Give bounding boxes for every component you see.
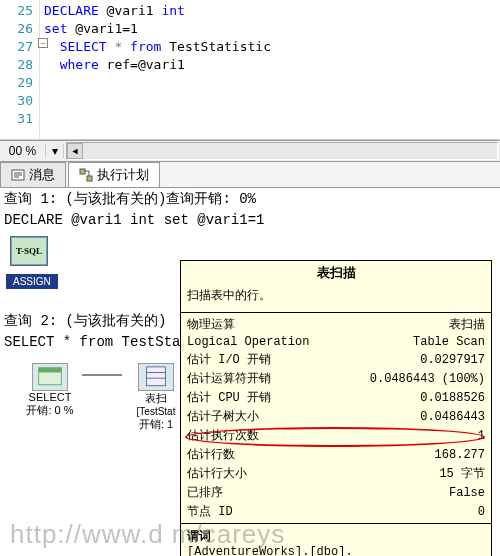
prop-val: 0.0188526 <box>340 388 491 407</box>
keyword: set <box>44 21 67 36</box>
prop-val: 表扫描 <box>340 315 491 334</box>
plan-node-tsql[interactable]: T-SQL <box>10 236 48 266</box>
plan-node-assign[interactable]: ASSIGN <box>6 274 58 289</box>
line-number: 25 <box>0 2 33 20</box>
plan-label: 表扫 <box>127 391 185 406</box>
prop-key: 估计子树大小 <box>181 407 340 426</box>
prop-key: 估计行大小 <box>181 464 340 483</box>
line-number: 31 <box>0 110 33 128</box>
query1-statement: DECLARE @vari1 int set @vari1=1 <box>0 210 500 230</box>
prop-val: Table Scan <box>340 334 491 350</box>
svg-rect-5 <box>87 176 92 181</box>
select-icon <box>32 363 68 391</box>
prop-key: 估计 I/O 开销 <box>181 350 340 369</box>
plan-cost: 开销: 0 % <box>21 403 79 418</box>
prop-key: 估计 CPU 开销 <box>181 388 340 407</box>
line-number: 29 <box>0 74 33 92</box>
code-text: ref=@vari1 <box>99 57 185 72</box>
tsql-icon: T-SQL <box>11 237 47 265</box>
prop-key: Logical Operation <box>181 334 340 350</box>
prop-val: 168.277 <box>340 445 491 464</box>
prop-key: 估计执行次数 <box>181 426 340 445</box>
prop-val: 0.0297917 <box>340 350 491 369</box>
plan-label: SELECT <box>21 391 79 403</box>
table-scan-icon <box>138 363 174 391</box>
keyword: from <box>130 39 161 54</box>
svg-rect-9 <box>39 368 62 373</box>
prop-key: 物理运算 <box>181 315 340 334</box>
code-text: TestStatistic <box>161 39 271 54</box>
code-text: * <box>107 39 130 54</box>
code-editor[interactable]: 25 26 27 28 29 30 31 − DECLARE @vari1 in… <box>0 0 500 140</box>
svg-rect-10 <box>147 367 166 386</box>
plan-cost: 开销: 1 <box>127 417 185 432</box>
plan-sub: [TestStat <box>127 406 185 417</box>
plan-node-select[interactable]: SELECT 开销: 0 % <box>20 362 80 419</box>
code-text: @vari1 <box>99 3 162 18</box>
prop-key: 已排序 <box>181 483 340 502</box>
tooltip-properties: 物理运算表扫描 Logical OperationTable Scan 估计 I… <box>181 315 491 521</box>
line-number: 30 <box>0 92 33 110</box>
tooltip-desc: 扫描表中的行。 <box>181 285 491 310</box>
line-number: 28 <box>0 56 33 74</box>
plan-node-tablescan[interactable]: 表扫 [TestStat 开销: 1 <box>126 362 186 433</box>
plan-label: ASSIGN <box>13 276 51 287</box>
prop-val: 0.0486443 <box>340 407 491 426</box>
prop-val: 0 <box>340 502 491 521</box>
prop-val: False <box>340 483 491 502</box>
keyword: DECLARE <box>44 3 99 18</box>
code-text: @vari1=1 <box>67 21 137 36</box>
query1-heading: 查询 1: (与该批有关的)查询开销: 0% <box>0 188 500 210</box>
code-area[interactable]: − DECLARE @vari1 int set @vari1=1 SELECT… <box>40 0 500 139</box>
zoom-dropdown[interactable]: ▾ <box>46 144 64 158</box>
prop-val: 1 <box>340 426 491 445</box>
predicate-label: 谓词 <box>187 528 485 545</box>
keyword: int <box>161 3 184 18</box>
predicate-line: [AdventureWorks].[dbo]. <box>187 545 485 556</box>
scroll-left-button[interactable]: ◄ <box>67 143 83 159</box>
tab-label: 执行计划 <box>97 166 149 184</box>
svg-rect-4 <box>80 169 85 174</box>
tab-execution-plan[interactable]: 执行计划 <box>68 162 160 187</box>
zoom-value[interactable]: 00 % <box>0 144 46 158</box>
prop-key: 估计运算符开销 <box>181 369 340 388</box>
line-number: 27 <box>0 38 33 56</box>
keyword: SELECT <box>60 39 107 54</box>
prop-key: 估计行数 <box>181 445 340 464</box>
zoom-bar: 00 % ▾ ◄ <box>0 140 500 162</box>
keyword: where <box>60 57 99 72</box>
plan-icon <box>79 168 93 182</box>
fold-toggle[interactable]: − <box>38 38 48 48</box>
operator-tooltip: 表扫描 扫描表中的行。 物理运算表扫描 Logical OperationTab… <box>180 260 492 556</box>
tab-label: 消息 <box>29 166 55 184</box>
prop-val: 15 字节 <box>340 464 491 483</box>
tooltip-title: 表扫描 <box>181 261 491 285</box>
plan-arrow <box>82 374 122 376</box>
results-tabs: 消息 执行计划 <box>0 162 500 188</box>
tab-messages[interactable]: 消息 <box>0 162 66 187</box>
line-gutter: 25 26 27 28 29 30 31 <box>0 0 40 139</box>
prop-key: 节点 ID <box>181 502 340 521</box>
horizontal-scrollbar[interactable]: ◄ <box>66 142 498 160</box>
prop-val: 0.0486443 (100%) <box>340 369 491 388</box>
messages-icon <box>11 168 25 182</box>
line-number: 26 <box>0 20 33 38</box>
